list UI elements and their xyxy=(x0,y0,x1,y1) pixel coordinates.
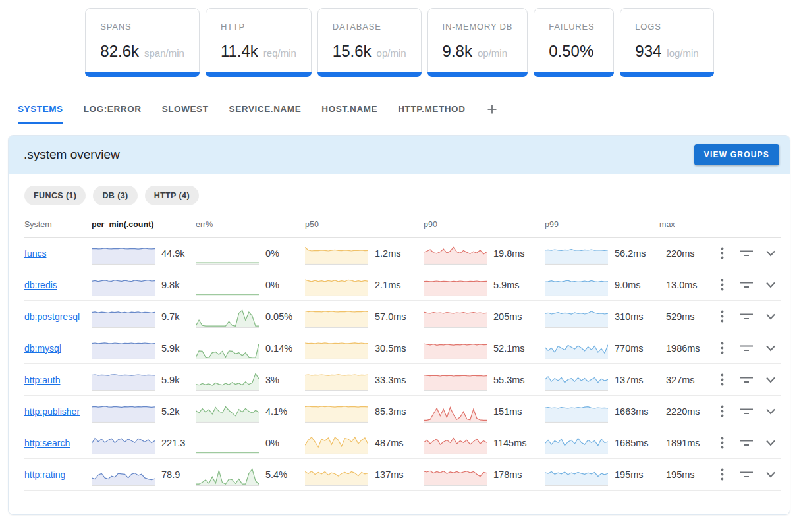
p90-sparkline xyxy=(424,369,487,391)
table-row: db:postgresql 9.7k 0.05% 57.0ms 205ms 31… xyxy=(24,301,781,332)
table-header: Systemper_min(.count) err%p50p90p99max xyxy=(24,216,781,238)
p90-sparkline xyxy=(424,337,487,359)
chip-http-4[interactable]: HTTP (4) xyxy=(145,186,199,205)
p50-sparkline xyxy=(305,337,368,359)
row-menu-button[interactable] xyxy=(711,427,733,458)
metric-accent-bar xyxy=(85,72,200,77)
tab-systems[interactable]: SYSTEMS xyxy=(18,104,63,124)
row-expand-button[interactable] xyxy=(759,364,782,395)
row-filter-button[interactable] xyxy=(733,396,759,427)
p99-sparkline xyxy=(545,464,608,486)
tab-log-error[interactable]: LOG:ERROR xyxy=(84,104,142,124)
row-filter-button[interactable] xyxy=(733,269,759,300)
per-min-sparkline xyxy=(92,400,155,423)
err-value: 0% xyxy=(259,438,305,448)
row-expand-button[interactable] xyxy=(759,269,782,300)
p50-sparkline-chart xyxy=(305,369,368,391)
per-min-sparkline xyxy=(92,274,155,296)
table-row: http:search 221.3 0% 487ms 1145ms 1685ms xyxy=(24,427,781,459)
row-filter-button[interactable] xyxy=(733,332,759,363)
row-expand-button[interactable] xyxy=(759,427,782,458)
system-link[interactable]: http:rating xyxy=(24,469,92,480)
row-filter-button[interactable] xyxy=(733,301,759,332)
per-min-sparkline-chart xyxy=(92,274,155,296)
column-header-p90[interactable]: p90 xyxy=(424,220,487,229)
metric-card-http[interactable]: HTTP 11.4k req/min xyxy=(206,8,312,77)
per-min-sparkline xyxy=(92,306,155,328)
chip-db-3[interactable]: DB (3) xyxy=(93,186,137,205)
column-header-system[interactable]: System xyxy=(24,220,92,229)
per-min-sparkline xyxy=(92,337,155,359)
filter-icon xyxy=(740,471,754,479)
p90-sparkline-chart xyxy=(424,432,487,454)
system-link[interactable]: http:auth xyxy=(24,375,92,385)
per-min-value: 44.9k xyxy=(155,248,196,259)
p50-value: 2.1ms xyxy=(368,280,424,290)
p90-sparkline-chart xyxy=(424,464,487,486)
tab-service-name[interactable]: SERVICE.NAME xyxy=(229,104,302,124)
metric-label: LOGS xyxy=(635,22,698,32)
metric-card-database[interactable]: DATABASE 15.6k op/min xyxy=(317,8,422,77)
chip-funcs-1[interactable]: FUNCS (1) xyxy=(24,186,86,205)
row-menu-button[interactable] xyxy=(711,364,733,395)
p90-value: 205ms xyxy=(487,311,545,322)
row-menu-button[interactable] xyxy=(711,238,733,269)
p99-sparkline xyxy=(545,400,608,423)
row-filter-button[interactable] xyxy=(733,427,759,458)
tab-slowest[interactable]: SLOWEST xyxy=(162,104,209,124)
per-min-value: 221.3 xyxy=(155,438,196,448)
err-sparkline xyxy=(196,400,259,423)
row-filter-button[interactable] xyxy=(733,364,759,395)
row-filter-button[interactable] xyxy=(733,459,759,490)
system-link[interactable]: http:search xyxy=(24,438,92,448)
row-menu-button[interactable] xyxy=(711,459,733,490)
system-link[interactable]: http:publisher xyxy=(24,406,92,417)
system-link[interactable]: db:redis xyxy=(24,280,92,290)
per-min-sparkline xyxy=(92,242,155,265)
view-groups-button[interactable]: VIEW GROUPS xyxy=(694,144,779,165)
row-menu-button[interactable] xyxy=(711,301,733,332)
system-link[interactable]: funcs xyxy=(24,248,92,259)
metric-value: 9.8k xyxy=(443,42,472,61)
p99-value: 770ms xyxy=(608,343,659,354)
row-expand-button[interactable] xyxy=(759,396,782,427)
tab-host-name[interactable]: HOST.NAME xyxy=(321,104,377,124)
column-header-p50[interactable]: p50 xyxy=(305,220,368,229)
per-min-sparkline xyxy=(92,369,155,391)
p50-sparkline xyxy=(305,464,368,486)
err-sparkline xyxy=(196,274,259,296)
tab-http-method[interactable]: HTTP.METHOD xyxy=(398,104,465,124)
system-link[interactable]: db:postgresql xyxy=(24,311,92,322)
per-min-sparkline-chart xyxy=(92,432,155,454)
metric-card-failures[interactable]: FAILURES 0.50% xyxy=(534,8,614,77)
filter-icon xyxy=(740,408,754,415)
metric-card-spans[interactable]: SPANS 82.6k span/min xyxy=(85,8,200,77)
per-min-sparkline xyxy=(92,432,155,454)
metric-accent-bar xyxy=(317,72,422,77)
add-tab-button[interactable] xyxy=(486,103,498,124)
p90-sparkline-chart xyxy=(424,274,487,296)
system-link[interactable]: db:mysql xyxy=(24,343,92,354)
per-min-sparkline-chart xyxy=(92,242,155,265)
row-menu-button[interactable] xyxy=(711,332,733,363)
column-header-err[interactable]: err% xyxy=(196,220,259,229)
row-menu-button[interactable] xyxy=(711,269,733,300)
p90-sparkline-chart xyxy=(424,369,487,391)
kebab-menu-icon xyxy=(721,437,724,449)
metric-card-in-memory-db[interactable]: IN-MEMORY DB 9.8k op/min xyxy=(427,8,528,77)
err-value: 0% xyxy=(259,248,305,259)
err-sparkline-chart xyxy=(196,306,259,328)
row-expand-button[interactable] xyxy=(759,238,782,269)
metric-card-logs[interactable]: LOGS 934 log/min xyxy=(620,8,713,77)
group-chips: FUNCS (1)DB (3)HTTP (4) xyxy=(24,186,781,205)
column-header-max[interactable]: max xyxy=(659,220,711,229)
column-header-p99[interactable]: p99 xyxy=(545,220,608,229)
row-filter-button[interactable] xyxy=(733,238,759,269)
row-expand-button[interactable] xyxy=(759,301,782,332)
row-menu-button[interactable] xyxy=(711,396,733,427)
chevron-down-icon xyxy=(765,471,776,478)
row-expand-button[interactable] xyxy=(759,459,782,490)
row-expand-button[interactable] xyxy=(759,332,782,363)
column-header-per-min-count[interactable]: per_min(.count) xyxy=(92,220,155,229)
max-value: 327ms xyxy=(659,375,711,385)
